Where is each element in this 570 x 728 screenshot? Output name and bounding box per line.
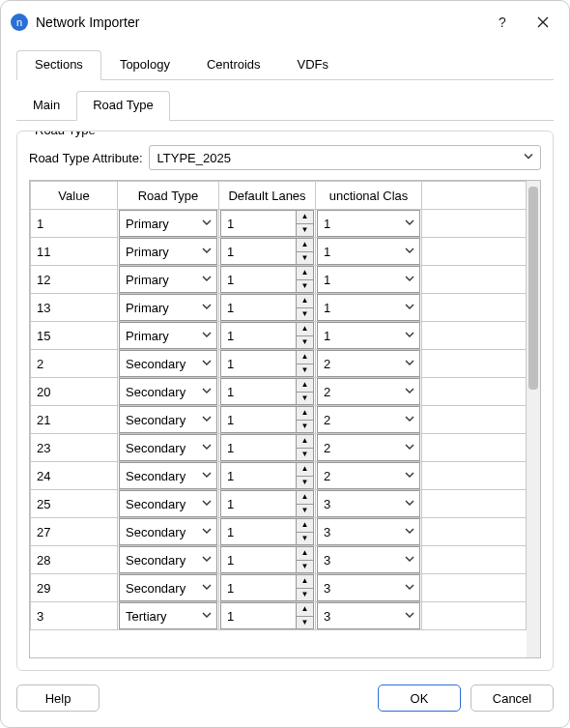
subtab-main[interactable]: Main <box>16 91 76 121</box>
spin-up-icon[interactable]: ▲ <box>297 323 313 335</box>
tab-topology[interactable]: Topology <box>101 50 188 80</box>
col-road-type[interactable]: Road Type <box>118 182 219 210</box>
value-cell[interactable]: 29 <box>31 581 117 596</box>
road-type-select[interactable]: Primary <box>119 294 217 321</box>
functional-class-select[interactable]: 2 <box>317 406 420 433</box>
road-type-select[interactable]: Secondary <box>119 378 217 405</box>
functional-class-select[interactable]: 2 <box>317 434 420 461</box>
tab-sections[interactable]: Sections <box>16 50 101 80</box>
default-lanes-spinner[interactable]: 1▲▼ <box>220 266 314 293</box>
value-cell[interactable]: 27 <box>31 525 117 539</box>
help-button[interactable]: Help <box>16 684 100 712</box>
spin-up-icon[interactable]: ▲ <box>297 435 313 448</box>
road-type-select[interactable]: Primary <box>119 238 217 265</box>
spin-up-icon[interactable]: ▲ <box>297 239 313 251</box>
functional-class-select[interactable]: 3 <box>317 518 420 545</box>
spin-up-icon[interactable]: ▲ <box>297 547 313 560</box>
default-lanes-spinner[interactable]: 1▲▼ <box>220 350 314 377</box>
spin-down-icon[interactable]: ▼ <box>297 448 313 461</box>
value-cell[interactable]: 2 <box>31 357 117 371</box>
spin-down-icon[interactable]: ▼ <box>297 392 313 405</box>
spin-down-icon[interactable]: ▼ <box>297 251 313 265</box>
value-cell[interactable]: 25 <box>31 497 117 511</box>
default-lanes-spinner[interactable]: 1▲▼ <box>220 574 314 601</box>
road-type-select[interactable]: Secondary <box>119 350 217 377</box>
default-lanes-spinner[interactable]: 1▲▼ <box>220 210 314 237</box>
road-type-select[interactable]: Secondary <box>119 490 217 517</box>
functional-class-select[interactable]: 1 <box>317 322 420 349</box>
road-type-select[interactable]: Secondary <box>119 462 217 489</box>
road-type-attribute-select[interactable]: LTYPE_2025 <box>149 145 541 170</box>
functional-class-select[interactable]: 3 <box>317 546 420 573</box>
default-lanes-spinner[interactable]: 1▲▼ <box>220 294 314 321</box>
spin-down-icon[interactable]: ▼ <box>297 532 313 545</box>
spin-down-icon[interactable]: ▼ <box>297 588 313 601</box>
road-type-select[interactable]: Secondary <box>119 406 217 433</box>
default-lanes-spinner[interactable]: 1▲▼ <box>220 238 314 265</box>
road-type-select[interactable]: Tertiary <box>119 602 217 629</box>
road-type-select[interactable]: Secondary <box>119 518 217 545</box>
close-icon[interactable] <box>527 9 559 36</box>
road-type-select[interactable]: Primary <box>119 210 217 237</box>
spin-down-icon[interactable]: ▼ <box>297 420 313 433</box>
spin-up-icon[interactable]: ▲ <box>297 603 313 616</box>
functional-class-select[interactable]: 1 <box>317 294 420 321</box>
road-type-select[interactable]: Secondary <box>119 434 217 461</box>
default-lanes-spinner[interactable]: 1▲▼ <box>220 602 314 629</box>
subtab-road-type[interactable]: Road Type <box>76 91 170 121</box>
spin-up-icon[interactable]: ▲ <box>297 575 313 588</box>
value-cell[interactable]: 21 <box>31 413 117 427</box>
spin-up-icon[interactable]: ▲ <box>297 491 313 504</box>
vertical-scrollbar[interactable] <box>527 181 540 657</box>
default-lanes-spinner[interactable]: 1▲▼ <box>220 546 314 573</box>
tab-centroids[interactable]: Centroids <box>188 50 279 80</box>
spin-down-icon[interactable]: ▼ <box>297 616 313 629</box>
spin-up-icon[interactable]: ▲ <box>297 463 313 476</box>
scrollbar-thumb[interactable] <box>528 187 538 390</box>
functional-class-select[interactable]: 3 <box>317 490 420 517</box>
default-lanes-spinner[interactable]: 1▲▼ <box>220 518 314 545</box>
ok-button[interactable]: OK <box>378 684 461 712</box>
functional-class-select[interactable]: 3 <box>317 574 420 601</box>
value-cell[interactable]: 13 <box>31 301 117 315</box>
spin-down-icon[interactable]: ▼ <box>297 504 313 517</box>
spin-up-icon[interactable]: ▲ <box>297 351 313 364</box>
col-value[interactable]: Value <box>31 182 118 210</box>
value-cell[interactable]: 1 <box>31 217 117 231</box>
spin-down-icon[interactable]: ▼ <box>297 364 313 377</box>
functional-class-select[interactable]: 1 <box>317 210 420 237</box>
col-default-lanes[interactable]: Default Lanes <box>219 182 316 210</box>
road-type-select[interactable]: Primary <box>119 322 217 349</box>
tab-vdfs[interactable]: VDFs <box>279 50 348 80</box>
value-cell[interactable]: 20 <box>31 385 117 399</box>
default-lanes-spinner[interactable]: 1▲▼ <box>220 462 314 489</box>
spin-up-icon[interactable]: ▲ <box>297 407 313 420</box>
road-type-select[interactable]: Primary <box>119 266 217 293</box>
help-icon[interactable]: ? <box>486 9 519 36</box>
value-cell[interactable]: 28 <box>31 553 117 568</box>
functional-class-select[interactable]: 1 <box>317 266 420 293</box>
value-cell[interactable]: 11 <box>31 245 117 259</box>
spin-up-icon[interactable]: ▲ <box>297 519 313 532</box>
spin-down-icon[interactable]: ▼ <box>297 279 313 293</box>
value-cell[interactable]: 23 <box>31 441 117 455</box>
col-functional-class[interactable]: unctional Clas <box>316 182 422 210</box>
default-lanes-spinner[interactable]: 1▲▼ <box>220 322 314 349</box>
value-cell[interactable]: 24 <box>31 469 117 483</box>
spin-up-icon[interactable]: ▲ <box>297 379 313 392</box>
spin-down-icon[interactable]: ▼ <box>297 560 313 573</box>
cancel-button[interactable]: Cancel <box>470 684 554 712</box>
functional-class-select[interactable]: 2 <box>317 350 420 377</box>
default-lanes-spinner[interactable]: 1▲▼ <box>220 378 314 405</box>
value-cell[interactable]: 3 <box>31 609 117 624</box>
default-lanes-spinner[interactable]: 1▲▼ <box>220 490 314 517</box>
spin-up-icon[interactable]: ▲ <box>297 295 313 307</box>
spin-up-icon[interactable]: ▲ <box>297 267 313 279</box>
spin-up-icon[interactable]: ▲ <box>297 211 313 223</box>
default-lanes-spinner[interactable]: 1▲▼ <box>220 434 314 461</box>
value-cell[interactable]: 12 <box>31 273 117 287</box>
spin-down-icon[interactable]: ▼ <box>297 223 313 237</box>
functional-class-select[interactable]: 2 <box>317 378 420 405</box>
functional-class-select[interactable]: 1 <box>317 238 420 265</box>
functional-class-select[interactable]: 2 <box>317 462 420 489</box>
